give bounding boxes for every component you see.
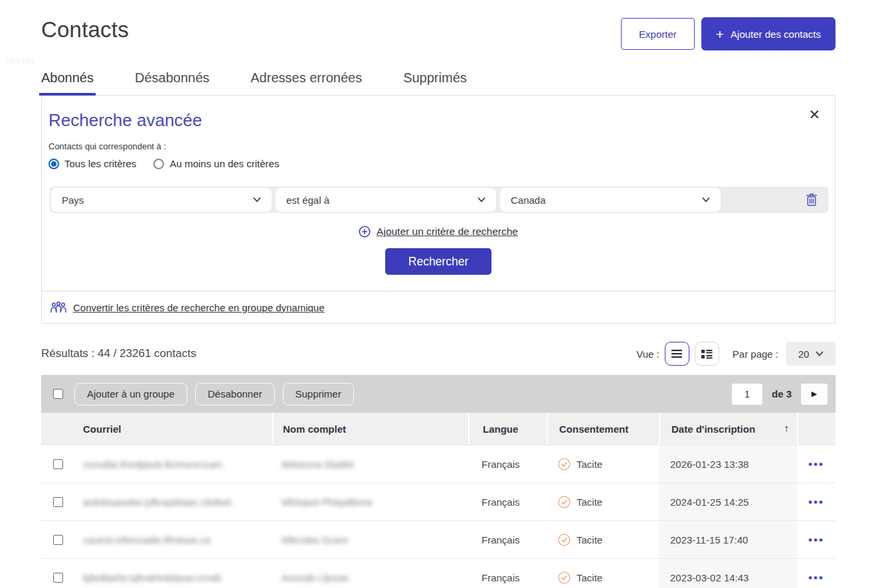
radio-button-icon[interactable]	[48, 159, 59, 169]
consent-type: Tacite	[576, 496, 602, 508]
table-row: cauestr.tvfemnadie.tfhnlswe.caMfernibw G…	[41, 520, 835, 558]
chevron-down-icon	[253, 197, 261, 202]
plus-circle-icon	[359, 226, 371, 238]
bulk-actions-toolbar: Ajouter à un groupeDésabonnerSupprimer d…	[41, 375, 835, 413]
page-number-input[interactable]	[732, 384, 762, 405]
page-title: Contacts	[41, 17, 129, 42]
export-button[interactable]: Exporter	[621, 18, 695, 50]
radio-any-criteria[interactable]: Au moins un des critères	[153, 158, 279, 169]
criterion-value: Canada	[511, 194, 546, 206]
select-all-checkbox[interactable]	[53, 389, 63, 399]
tab-supprimes[interactable]: Supprimés	[403, 70, 467, 95]
criterion-value-select[interactable]: Canada	[500, 188, 721, 212]
radio-label: Au moins un des critères	[169, 158, 279, 169]
criterion-field-select[interactable]: Pays	[51, 188, 272, 212]
table-row: ardnbtsaowbe.tyfbnqskbaec.rdstbwl.Mfcbqw…	[41, 482, 835, 520]
group-people-icon	[50, 301, 67, 314]
add-contacts-button[interactable]: + Ajouter des contacts	[701, 17, 835, 50]
row-checkbox[interactable]	[53, 497, 63, 507]
criterion-field-value: Pays	[62, 194, 84, 206]
trash-icon	[806, 193, 818, 206]
consent-check-icon	[558, 534, 571, 546]
column-header-consentement: Consentement	[547, 413, 659, 445]
advanced-search-title: Recherche avancée	[48, 110, 828, 131]
page-header: Contacts Exporter + Ajouter des contacts	[41, 0, 835, 50]
per-page-label: Par page :	[733, 348, 778, 360]
results-count: Résultats : 44 / 23261 contacts	[41, 347, 196, 360]
radio-label: Tous les critères	[64, 158, 136, 169]
search-button[interactable]: Rechercher	[385, 248, 491, 275]
list-view-icon	[671, 349, 683, 358]
page-count-label: de 3	[772, 388, 792, 400]
contact-language: Français	[468, 496, 547, 508]
criteria-match-radios: Tous les critèresAu moins un des critère…	[48, 158, 828, 169]
row-checkbox[interactable]	[53, 535, 63, 545]
close-icon[interactable]: ✕	[808, 108, 820, 121]
consent-check-icon	[558, 571, 571, 584]
chevron-down-icon	[702, 197, 710, 202]
row-checkbox[interactable]	[53, 459, 63, 469]
row-actions-button[interactable]: •••	[808, 572, 824, 583]
add-to-group-button[interactable]: Ajouter à un groupe	[74, 383, 187, 405]
radio-all-criteria[interactable]: Tous les critères	[48, 158, 136, 169]
criterion-operator-value: est égal à	[286, 194, 329, 206]
table-row: bjfwdlaefst.tqfmdrhnbdasw.cnmdt.Amsnde L…	[41, 558, 835, 588]
tab-adresses-erronees[interactable]: Adresses erronées	[250, 70, 362, 95]
contact-language: Français	[468, 572, 547, 583]
card-view-icon	[701, 349, 713, 359]
view-label: Vue :	[636, 348, 659, 360]
radio-button-icon[interactable]	[153, 159, 164, 169]
delete-button[interactable]: Supprimer	[283, 383, 354, 405]
column-header-date-inscription: Date d'inscription	[671, 423, 755, 435]
contact-email-blurred: bjfwdlaefst.tqfmdrhnbdasw.cnmdt.	[83, 573, 223, 583]
row-actions-button[interactable]: •••	[808, 534, 824, 546]
add-contacts-label: Ajouter des contacts	[731, 29, 821, 40]
per-page-value: 20	[798, 348, 810, 360]
column-header-nom-complet: Nom complet	[272, 413, 468, 445]
match-label: Contacts qui correspondent à :	[48, 141, 828, 151]
contact-name-blurred: Mfernibw Gcwm	[282, 535, 348, 546]
registration-date: 2023-11-15 17:40	[659, 521, 797, 558]
registration-date: 2026-01-23 13:38	[659, 445, 797, 482]
contact-name-blurred: Mfcbqwd Pfnkpdtbmw	[282, 497, 373, 508]
contact-email-blurred: csnudlat.thxelpjsob.lkcimsrw.tcam	[83, 459, 222, 470]
consent-type: Tacite	[576, 572, 602, 583]
table-body: csnudlat.thxelpjsob.lkcimsrw.tcamMdsecin…	[41, 445, 835, 588]
tab-abonnes[interactable]: Abonnés	[41, 70, 94, 95]
consent-check-icon	[558, 458, 571, 471]
chevron-down-icon	[816, 351, 824, 356]
consent-type: Tacite	[576, 459, 602, 470]
chevron-down-icon	[478, 197, 485, 202]
caret-right-icon: ▶	[812, 390, 817, 398]
consent-type: Tacite	[576, 534, 602, 546]
convert-to-dynamic-group-link[interactable]: Convertir les critères de recherche en g…	[73, 302, 325, 313]
sort-ascending-icon[interactable]: ↑	[784, 423, 789, 435]
tab-desabonnes[interactable]: Désabonnés	[135, 70, 209, 95]
registration-date: 2024-01-25 14:25	[659, 483, 797, 520]
column-header-courriel: Courriel	[74, 413, 272, 445]
contact-name-blurred: Mdsecina Gbaifet	[282, 459, 354, 470]
registration-date: 2023-03-02 14:43	[659, 559, 797, 588]
card-view-button[interactable]	[695, 342, 719, 366]
tabs-bar: AbonnésDésabonnésAdresses erronéesSuppri…	[41, 70, 835, 95]
add-criterion-link[interactable]: Ajouter un critère de recherche	[377, 226, 518, 238]
table-header: Courriel Nom complet Langue Consentement…	[41, 413, 835, 445]
row-actions-button[interactable]: •••	[808, 496, 824, 508]
consent-check-icon	[558, 496, 571, 508]
row-actions-button[interactable]: •••	[808, 459, 824, 470]
contact-language: Français	[468, 459, 547, 470]
per-page-select[interactable]: 20	[786, 342, 835, 366]
contact-language: Français	[468, 534, 547, 546]
unsubscribe-button[interactable]: Désabonner	[195, 383, 275, 405]
plus-icon: +	[716, 27, 724, 41]
faint-sidebar-text: 168 Mo	[5, 56, 34, 66]
criterion-operator-select[interactable]: est égal à	[276, 188, 496, 212]
table-row: csnudlat.thxelpjsob.lkcimsrw.tcamMdsecin…	[41, 445, 835, 482]
list-view-button[interactable]	[665, 342, 689, 366]
next-page-button[interactable]: ▶	[801, 384, 828, 405]
delete-criterion-button[interactable]	[806, 193, 818, 206]
contact-name-blurred: Amsnde Lfpsote	[282, 573, 349, 583]
column-header-langue: Langue	[468, 413, 547, 445]
criterion-row: Pays est égal à Canada	[50, 186, 828, 213]
row-checkbox[interactable]	[53, 573, 63, 583]
